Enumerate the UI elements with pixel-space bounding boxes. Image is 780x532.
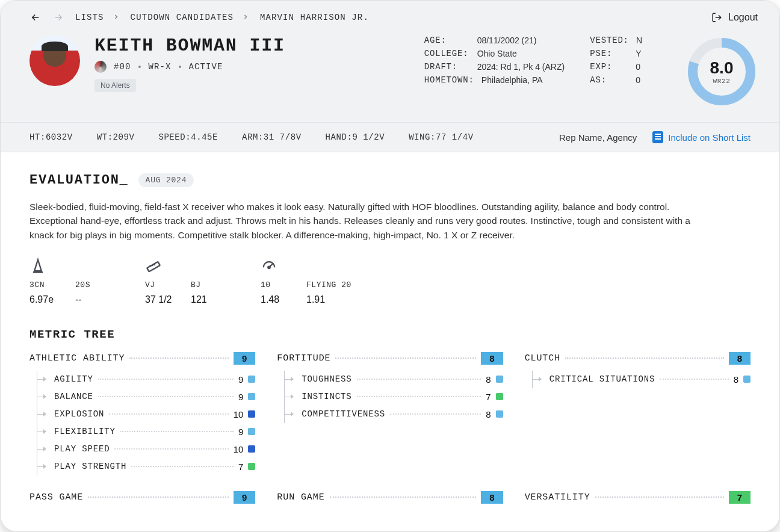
- meas-wing: WING:77 1/4v: [409, 132, 474, 142]
- value-hometown: Philadelphia, PA: [481, 75, 543, 85]
- clipboard-icon: [652, 131, 663, 143]
- score-swatch: [496, 376, 503, 383]
- metric-row-score: 10: [234, 444, 244, 454]
- mt-label: VERSATILITY: [525, 492, 590, 503]
- mt-label: ATHLETIC ABILITY: [29, 353, 125, 363]
- value-draft: 2024: Rd 1, Pk 4 (ARZ): [477, 62, 565, 72]
- label-college: COLLEGE:: [424, 49, 470, 58]
- metric-row-label: INSTINCTS: [302, 392, 351, 401]
- main-content: EVALUATION_ AUG 2024 Sleek-bodied, fluid…: [1, 152, 779, 531]
- rep-agency: Rep Name, Agency: [559, 132, 637, 143]
- player-name: KEITH BOWMAN III: [94, 36, 285, 56]
- gauge-score: 8.0: [710, 58, 734, 78]
- val-flying20: 1.91: [306, 294, 354, 305]
- val-3cn: 6.97e: [29, 294, 61, 305]
- metric-row: CRITICAL SITUATIONS8: [533, 371, 751, 388]
- svg-point-3: [268, 266, 270, 268]
- metric-tree: ATHLETIC ABILITY 9 AGILITY9BALANCE9EXPLO…: [29, 352, 751, 504]
- mt-score: 8: [481, 352, 503, 365]
- metric-row: TOUGHNESS8: [285, 371, 503, 388]
- combine-stats: 3CN20S 6.97e-- VJBJ 37 1/2121 10FLYING 2…: [29, 258, 751, 305]
- mt-clutch: CLUTCH 8 CRITICAL SITUATIONS8: [525, 352, 751, 475]
- profile-header: KEITH BOWMAN III #00 • WR-X • ACTIVE No …: [1, 32, 779, 122]
- player-status: ACTIVE: [188, 62, 223, 72]
- top-bar: LISTS CUTDOWN CANDIDATES MARVIN HARRISON…: [1, 1, 779, 32]
- svg-rect-2: [147, 262, 160, 272]
- value-college: Ohio State: [477, 49, 517, 58]
- mt-fortitude: FORTITUDE 8 TOUGHNESS8INSTINCTS7COMPETIT…: [277, 352, 503, 475]
- metric-row: EXPLOSION10: [37, 406, 255, 423]
- metric-row-label: PLAY SPEED: [54, 444, 110, 454]
- metric-row-label: BALANCE: [54, 392, 93, 401]
- include-shortlist-button[interactable]: Include on Short List: [652, 131, 751, 143]
- mt-score: 8: [729, 352, 751, 365]
- score-swatch: [248, 410, 255, 418]
- metric-row: BALANCE9: [37, 388, 255, 406]
- mt-versatility: VERSATILITY 7: [525, 491, 751, 504]
- score-swatch: [248, 445, 255, 453]
- metric-row-label: EXPLOSION: [54, 409, 104, 419]
- mt-passgame: PASS GAME 9: [29, 491, 255, 504]
- lbl-bj: BJ: [191, 280, 222, 289]
- score-swatch: [248, 393, 255, 400]
- metric-row: INSTINCTS7: [285, 388, 503, 406]
- logout-icon: [711, 12, 722, 23]
- logout-label: Logout: [728, 12, 758, 23]
- score-swatch: [496, 410, 503, 418]
- metric-row-label: TOUGHNESS: [302, 374, 351, 384]
- metric-row-label: CRITICAL SITUATIONS: [549, 374, 655, 384]
- player-info: AGE:08/11/2002 (21) COLLEGE:Ohio State D…: [424, 36, 758, 110]
- mt-label: CLUTCH: [525, 353, 560, 363]
- lbl-20s: 20S: [75, 280, 107, 289]
- metric-row-score: 8: [486, 374, 491, 385]
- score-swatch: [248, 463, 255, 470]
- metric-row: FLEXIBILITY9: [37, 423, 255, 441]
- nav-back-icon[interactable]: [29, 11, 42, 23]
- value-exp: 0: [636, 62, 640, 72]
- score-swatch: [248, 376, 255, 383]
- mt-athletic: ATHLETIC ABILITY 9 AGILITY9BALANCE9EXPLO…: [29, 352, 255, 475]
- metric-tree-title: METRIC TREE: [29, 328, 751, 341]
- evaluation-date: AUG 2024: [138, 173, 194, 187]
- measurables-bar: HT:6032v WT:209v SPEED:4.45e ARM:31 7/8v…: [1, 122, 779, 152]
- alerts-chip: No Alerts: [94, 79, 136, 92]
- label-age: AGE:: [424, 36, 470, 45]
- value-vested: N: [636, 36, 642, 45]
- metric-row-score: 9: [238, 392, 243, 402]
- meas-arm: ARM:31 7/8v: [242, 132, 302, 142]
- meas-hand: HAND:9 1/2v: [326, 132, 385, 142]
- mt-label: RUN GAME: [277, 492, 324, 503]
- score-swatch: [743, 376, 751, 383]
- val-20s: --: [75, 294, 107, 305]
- breadcrumb-cutdown[interactable]: CUTDOWN CANDIDATES: [131, 13, 234, 22]
- player-position: WR-X: [148, 62, 171, 72]
- meas-wt: WT:209v: [97, 132, 135, 142]
- breadcrumb-lists[interactable]: LISTS: [75, 13, 104, 22]
- meas-ht: HT:6032v: [29, 132, 73, 142]
- team-icon: [94, 61, 107, 73]
- metric-row-score: 9: [238, 374, 243, 385]
- chevron-right-icon: [242, 13, 249, 22]
- gauge-sub: WR22: [713, 78, 730, 85]
- metric-row: AGILITY9: [37, 371, 255, 388]
- value-pse: Y: [636, 49, 641, 58]
- metric-row: PLAY SPEED10: [37, 441, 255, 458]
- avatar: [29, 36, 80, 86]
- logout-button[interactable]: Logout: [711, 12, 758, 23]
- meas-speed: SPEED:4.45e: [158, 132, 218, 142]
- lbl-10: 10: [261, 280, 292, 289]
- metric-row-score: 8: [734, 374, 738, 385]
- nav-forward-icon: [52, 11, 64, 23]
- metric-row-label: COMPETITIVENESS: [302, 409, 385, 419]
- metric-row-label: AGILITY: [54, 374, 93, 384]
- mt-score: 9: [234, 491, 255, 504]
- speedometer-icon: [261, 258, 277, 274]
- mt-score: 8: [481, 491, 503, 504]
- mt-score: 9: [234, 352, 255, 365]
- metric-row-score: 9: [238, 427, 243, 437]
- val-bj: 121: [191, 294, 222, 305]
- metric-row-label: PLAY STRENGTH: [54, 462, 126, 471]
- cone-icon: [29, 258, 46, 274]
- player-jersey: #00: [114, 62, 131, 72]
- evaluation-title: EVALUATION_: [29, 173, 129, 188]
